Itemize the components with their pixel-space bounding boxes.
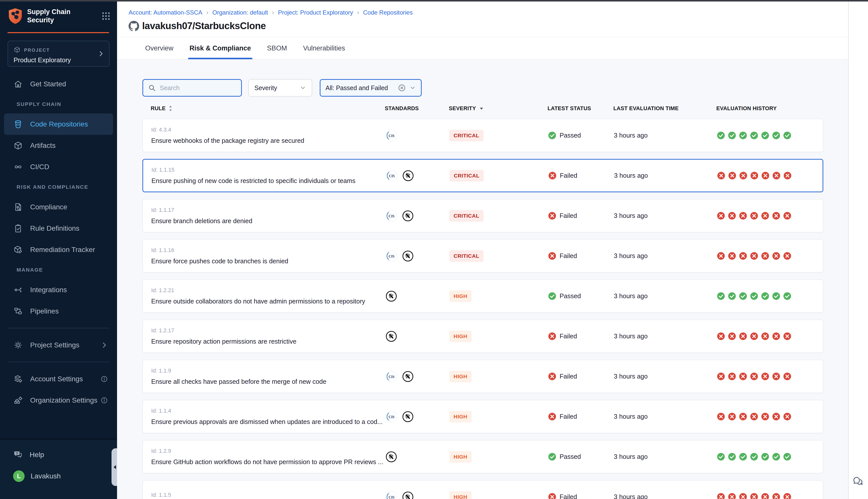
help-button[interactable]: ? Help: [0, 444, 117, 465]
status-label: Failed: [560, 172, 577, 179]
evaluation-time-cell: 3 hours ago: [606, 373, 709, 380]
scrollbar-gutter[interactable]: [848, 1, 868, 499]
evaluation-history-cell: [709, 211, 824, 220]
sidebar-item-ci-cd[interactable]: CI/CD: [0, 156, 117, 178]
standards-cell: [380, 451, 441, 463]
evaluation-history-cell: [709, 372, 824, 380]
breadcrumb-link-organization-default[interactable]: Organization: default: [212, 9, 268, 16]
history-pass-icon: [783, 453, 792, 461]
history-fail-icon: [728, 412, 736, 421]
owasp-standard-badge: [402, 250, 414, 262]
rule-id: Id: 1.1.15: [152, 167, 174, 173]
evaluation-time-cell: 3 hours ago: [606, 453, 709, 460]
table-row[interactable]: Id: 4.3.4Ensure webhooks of the package …: [142, 119, 823, 152]
help-icon: ?: [13, 450, 24, 460]
rule-cell: Id: 1.1.5: [143, 492, 380, 499]
sidebar-item-integrations[interactable]: Integrations: [0, 279, 117, 301]
column-header-rule[interactable]: RULE: [142, 105, 380, 112]
table-row[interactable]: Id: 1.1.5CISHIGHFailed3 hours ago: [142, 480, 823, 499]
sidebar-item-label: Code Repositories: [30, 120, 88, 128]
severity-badge: HIGH: [449, 491, 472, 499]
sidebar-item-rule-definitions[interactable]: Rule Definitions: [0, 218, 117, 239]
sidebar-item-get-started[interactable]: Get Started: [0, 73, 117, 95]
breadcrumb-separator: ›: [357, 9, 359, 16]
sort-down-icon[interactable]: [479, 106, 484, 111]
evaluation-time-cell: 3 hours ago: [606, 413, 709, 420]
column-header-label: STANDARDS: [385, 106, 419, 112]
breadcrumb-link-code-repositories[interactable]: Code Repositories: [363, 9, 413, 16]
failed-status-icon: [548, 372, 556, 380]
table-row[interactable]: Id: 1.1.9Ensure all checks have passed b…: [142, 360, 823, 393]
status-cell: Failed: [542, 211, 606, 220]
history-pass-icon: [739, 292, 747, 300]
search-input[interactable]: [160, 84, 236, 92]
project-selector[interactable]: PROJECT Product Exploratory: [8, 41, 109, 67]
chat-icon[interactable]: [853, 475, 864, 487]
rule-cell: Id: 1.1.15Ensure pushing of new code is …: [143, 167, 381, 184]
sidebar-nav: Get StartedSUPPLY CHAINCode Repositories…: [0, 73, 117, 411]
history-fail-icon: [717, 171, 725, 180]
evaluation-time-cell: 3 hours ago: [606, 332, 709, 340]
apps-grid-icon[interactable]: [101, 11, 111, 21]
failed-status-icon: [548, 171, 557, 180]
user-name: Lavakush: [31, 472, 61, 480]
owasp-standard-badge: [402, 411, 414, 423]
rule-cell: Id: 1.2.21Ensure outside collaborators d…: [143, 287, 380, 305]
table-row[interactable]: Id: 1.1.17Ensure branch deletions are de…: [142, 199, 823, 232]
table-row[interactable]: Id: 1.2.9Ensure GitHub action workflows …: [142, 440, 823, 473]
column-header-label: EVALUATION HISTORY: [716, 106, 777, 112]
breadcrumb-link-project-product-exploratory[interactable]: Project: Product Exploratory: [278, 9, 353, 16]
sort-updown-icon[interactable]: [168, 105, 173, 112]
rule-id: Id: 1.1.5: [151, 492, 171, 498]
column-header-severity[interactable]: SEVERITY: [441, 106, 541, 112]
brand-divider: [8, 32, 109, 33]
clear-filter-icon[interactable]: [398, 84, 406, 92]
sidebar-item-artifacts[interactable]: Artifacts: [0, 135, 117, 156]
tab-overview[interactable]: Overview: [145, 37, 173, 59]
passed-status-icon: [548, 131, 556, 139]
sidebar-item-organization-settings[interactable]: Organization Settings: [0, 390, 117, 411]
rule-name: Ensure repository action permissions are…: [151, 338, 297, 345]
sidebar-item-label: Integrations: [30, 286, 67, 294]
sidebar-collapse-handle[interactable]: [111, 448, 117, 486]
status-filter-dropdown[interactable]: All: Passed and Failed: [320, 79, 422, 97]
tab-risk-compliance[interactable]: Risk & Compliance: [190, 37, 251, 59]
table-row[interactable]: Id: 1.2.17Ensure repository action permi…: [142, 319, 823, 353]
table-row[interactable]: Id: 1.1.4Ensure previous approvals are d…: [142, 400, 823, 433]
repo-icon: [13, 119, 24, 130]
history-fail-icon: [783, 332, 792, 340]
history-pass-icon: [750, 453, 758, 461]
evaluation-history-cell: [709, 493, 824, 499]
severity-cell: CRITICAL: [441, 170, 542, 182]
rule-name: Ensure GitHub action workflows do not ha…: [151, 458, 383, 466]
severity-dropdown[interactable]: Severity: [249, 79, 312, 97]
sidebar-item-code-repositories[interactable]: Code Repositories: [4, 113, 113, 135]
user-menu[interactable]: L Lavakush: [0, 465, 117, 487]
column-header-standards: STANDARDS: [380, 106, 441, 112]
search-input-wrapper[interactable]: [142, 79, 242, 97]
severity-cell: HIGH: [441, 290, 542, 302]
history-fail-icon: [772, 412, 780, 421]
tab-sbom[interactable]: SBOM: [267, 37, 287, 59]
table-row[interactable]: Id: 1.1.15Ensure pushing of new code is …: [142, 159, 823, 192]
content-area: Severity All: Passed and Failed RULESTAN…: [117, 60, 848, 499]
table-row[interactable]: Id: 1.1.16Ensure force pushes code to br…: [142, 239, 823, 272]
severity-badge: HIGH: [449, 451, 472, 463]
evaluation-history-cell: [709, 453, 824, 461]
severity-cell: CRITICAL: [441, 130, 542, 141]
svg-text:CIS: CIS: [388, 495, 395, 499]
history-pass-icon: [761, 453, 769, 461]
table-row[interactable]: Id: 1.2.21Ensure outside collaborators d…: [142, 279, 823, 313]
nav-section-label: RISK AND COMPLIANCE: [0, 178, 117, 196]
sidebar-item-pipelines[interactable]: Pipelines: [0, 301, 117, 322]
breadcrumb-link-account-automation-ssca[interactable]: Account: Automation-SSCA: [129, 9, 202, 16]
table-header: RULESTANDARDSSEVERITYLATEST STATUSLAST E…: [142, 103, 823, 114]
evaluation-time-cell: 3 hours ago: [606, 172, 710, 179]
sidebar-item-compliance[interactable]: Compliance: [0, 196, 117, 218]
sidebar-item-account-settings[interactable]: Account Settings: [0, 368, 117, 390]
sidebar-item-remediation-tracker[interactable]: Remediation Tracker: [0, 239, 117, 260]
sidebar-item-project-settings[interactable]: Project Settings: [0, 334, 117, 356]
cis-standard-badge: CIS: [385, 130, 397, 142]
tab-vulnerabilities[interactable]: Vulnerabilities: [303, 37, 345, 59]
sidebar-item-label: Project Settings: [30, 341, 80, 349]
